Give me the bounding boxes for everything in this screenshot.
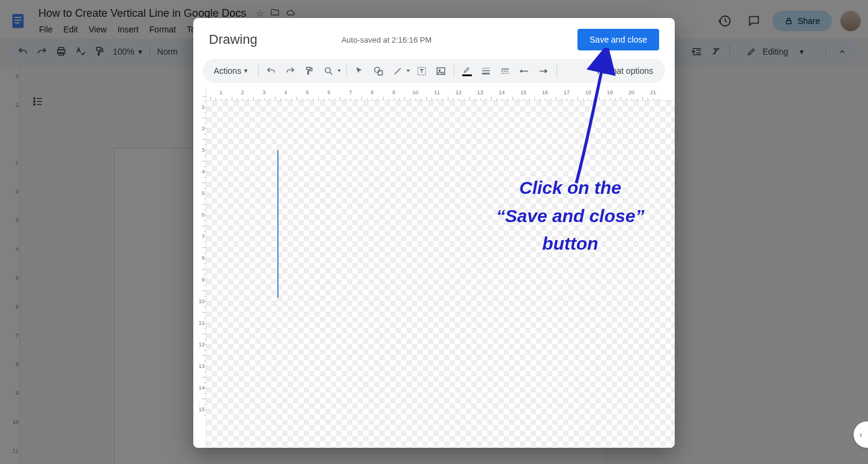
svg-rect-24 <box>504 70 506 71</box>
ruler-label: 12 <box>456 89 462 95</box>
ruler-label: 19 <box>607 89 613 95</box>
ruler-label: 3 <box>262 89 265 95</box>
line-dash-icon[interactable] <box>498 63 513 79</box>
image-icon[interactable] <box>433 63 449 79</box>
drawing-title: Drawing <box>209 32 258 47</box>
shape-tool-icon[interactable] <box>371 63 387 79</box>
text-box-icon[interactable] <box>414 63 430 79</box>
svg-rect-22 <box>501 68 509 69</box>
save-and-close-button[interactable]: Save and close <box>577 29 659 50</box>
ruler-label: 15 <box>520 89 526 95</box>
actions-label: Actions <box>214 66 241 76</box>
drawing-dialog: Drawing Auto-saved at 2:16:16 PM Save an… <box>193 18 675 448</box>
ruler-label: 14 <box>499 89 505 95</box>
redo-icon[interactable] <box>283 63 298 79</box>
ruler-label: 18 <box>585 89 591 95</box>
line-tool-icon[interactable] <box>390 63 406 79</box>
line-start-icon[interactable] <box>517 63 532 79</box>
svg-rect-20 <box>482 70 490 71</box>
toolbar-separator <box>346 64 347 77</box>
ruler-label: 4 <box>284 89 287 95</box>
drawing-canvas-area: 123456789101112131415 123456789101112131… <box>193 88 675 448</box>
autosave-status: Auto-saved at 2:16:16 PM <box>342 35 432 44</box>
ruler-label: 1 <box>219 89 222 95</box>
svg-rect-27 <box>503 73 504 73</box>
ruler-label: 7 <box>349 89 352 95</box>
drawing-toolbar: Actions ▼ Format options <box>203 59 665 83</box>
select-tool-icon[interactable] <box>352 63 367 79</box>
line-weight-icon[interactable] <box>478 63 494 79</box>
line-end-icon[interactable] <box>536 63 552 79</box>
undo-icon[interactable] <box>264 63 279 79</box>
svg-rect-28 <box>505 73 505 73</box>
ruler-label: 20 <box>628 89 634 95</box>
svg-point-14 <box>375 67 380 73</box>
svg-rect-26 <box>501 73 502 73</box>
ruler-label: 2 <box>241 89 244 95</box>
ruler-label: 16 <box>542 89 548 95</box>
zoom-tool-icon[interactable] <box>321 63 337 79</box>
svg-point-31 <box>520 70 522 72</box>
vertical-line-shape[interactable] <box>277 150 279 298</box>
svg-rect-23 <box>501 70 503 71</box>
svg-point-18 <box>439 70 441 71</box>
drawing-canvas[interactable] <box>206 101 675 448</box>
ruler-label: 8 <box>370 89 373 95</box>
paint-format-icon[interactable] <box>302 63 318 79</box>
drawing-vertical-ruler[interactable]: 123456789101112131415 <box>193 88 206 448</box>
chevron-down-icon: ▼ <box>243 68 249 74</box>
ruler-label: 9 <box>392 89 395 95</box>
ruler-label: 17 <box>564 89 570 95</box>
svg-rect-30 <box>508 73 509 73</box>
toolbar-separator <box>454 64 454 77</box>
svg-rect-15 <box>378 70 382 74</box>
svg-rect-21 <box>482 73 490 74</box>
toolbar-separator <box>556 64 557 77</box>
svg-rect-25 <box>507 70 508 71</box>
svg-rect-29 <box>507 73 507 73</box>
ruler-label: 11 <box>434 89 440 95</box>
drawing-horizontal-ruler[interactable]: 123456789101112131415161718192021 <box>206 88 675 101</box>
ruler-label: 10 <box>412 89 418 95</box>
ruler-label: 6 <box>327 89 330 95</box>
line-color-icon[interactable] <box>459 63 475 79</box>
svg-point-13 <box>325 67 331 73</box>
ruler-label: 5 <box>306 89 309 95</box>
format-options-button[interactable]: Format options <box>591 66 659 76</box>
toolbar-separator <box>258 64 259 77</box>
svg-rect-12 <box>307 67 310 70</box>
ruler-label: 13 <box>477 89 483 95</box>
ruler-label: 21 <box>650 89 656 95</box>
svg-rect-19 <box>482 68 490 68</box>
actions-menu[interactable]: Actions ▼ <box>209 64 253 78</box>
drawing-header: Drawing Auto-saved at 2:16:16 PM Save an… <box>193 18 675 59</box>
